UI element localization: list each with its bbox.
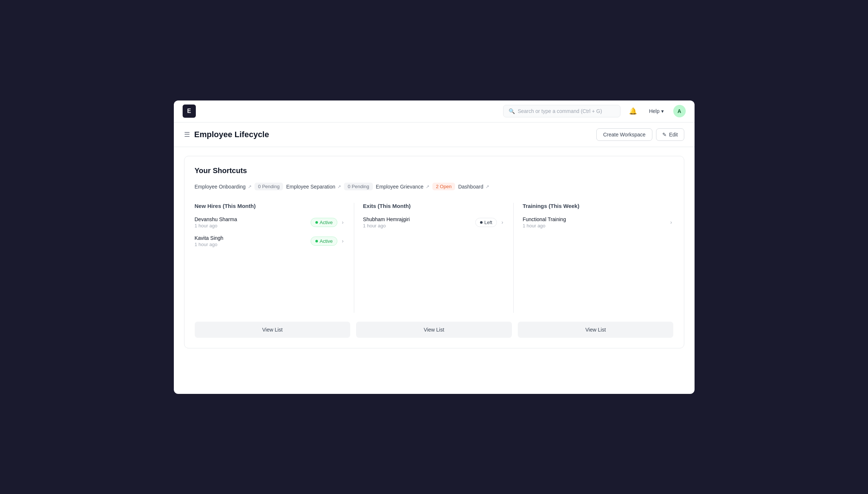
trainings-title: Trainings (This Week) <box>523 203 673 209</box>
table-row: Shubham Hemrajgiri 1 hour ago Left › <box>363 216 505 228</box>
menu-icon[interactable]: ☰ <box>184 131 190 139</box>
page-title: Employee Lifecycle <box>194 130 596 139</box>
shortcut-employee-separation[interactable]: Employee Separation ↗ <box>286 182 341 191</box>
new-hires-title: New Hires (This Month) <box>195 203 345 209</box>
view-list-exits[interactable]: View List <box>356 322 512 338</box>
employee-name: Kavita Singh <box>195 235 308 241</box>
chevron-right-icon[interactable]: › <box>669 218 674 227</box>
separation-badge: 0 Pending <box>344 183 373 190</box>
view-list-row: View List View List View List <box>195 322 674 338</box>
shortcut-onboarding-arrow: ↗ <box>248 184 252 189</box>
grievance-badge: 2 Open <box>432 183 455 190</box>
search-bar[interactable]: 🔍 Search or type a command (Ctrl + G) <box>503 105 620 117</box>
edit-icon: ✎ <box>662 132 667 138</box>
search-bar-text: Search or type a command (Ctrl + G) <box>518 108 602 114</box>
avatar[interactable]: A <box>673 105 686 117</box>
shortcut-grievance-label: Employee Grievance <box>376 184 424 190</box>
shortcut-dashboard[interactable]: Dashboard ↗ <box>458 182 489 191</box>
status-badge[interactable]: Active <box>311 237 337 246</box>
status-badge[interactable]: Active <box>311 218 337 227</box>
columns-grid: New Hires (This Month) Devanshu Sharma 1… <box>195 203 674 313</box>
view-list-new-hires[interactable]: View List <box>195 322 351 338</box>
shortcut-dashboard-label: Dashboard <box>458 184 483 190</box>
new-hires-column: New Hires (This Month) Devanshu Sharma 1… <box>195 203 354 313</box>
chevron-right-icon[interactable]: › <box>340 218 345 227</box>
app-window: E 🔍 Search or type a command (Ctrl + G) … <box>174 100 695 394</box>
page-header: ☰ Employee Lifecycle Create Workspace ✎ … <box>174 122 695 147</box>
employee-time: 1 hour ago <box>195 223 308 228</box>
employee-info: Kavita Singh 1 hour ago <box>195 235 308 247</box>
shortcut-separation-label: Employee Separation <box>286 184 335 190</box>
edit-button[interactable]: ✎ Edit <box>656 128 684 141</box>
shortcut-grievance-arrow: ↗ <box>426 184 429 189</box>
exits-column: Exits (This Month) Shubham Hemrajgiri 1 … <box>354 203 514 313</box>
shortcut-employee-onboarding[interactable]: Employee Onboarding ↗ <box>195 182 252 191</box>
employee-info: Shubham Hemrajgiri 1 hour ago <box>363 216 472 228</box>
search-icon: 🔍 <box>509 108 515 114</box>
help-menu[interactable]: Help ▾ <box>645 106 667 116</box>
chevron-down-icon: ▾ <box>661 108 664 114</box>
create-workspace-button[interactable]: Create Workspace <box>596 128 653 141</box>
help-label: Help <box>649 108 660 114</box>
employee-name: Devanshu Sharma <box>195 216 308 222</box>
status-label: Active <box>320 238 333 244</box>
shortcut-employee-grievance[interactable]: Employee Grievance ↗ <box>376 182 429 191</box>
avatar-letter: A <box>677 108 681 114</box>
training-time: 1 hour ago <box>523 223 666 228</box>
employee-info: Devanshu Sharma 1 hour ago <box>195 216 308 228</box>
status-label: Active <box>320 220 333 225</box>
status-dot-green <box>315 221 318 224</box>
chevron-right-icon[interactable]: › <box>500 218 505 227</box>
logo-letter: E <box>187 108 191 114</box>
employee-info: Functional Training 1 hour ago <box>523 216 666 228</box>
shortcuts-row: Employee Onboarding ↗ 0 Pending Employee… <box>195 182 674 191</box>
shortcuts-card: Your Shortcuts Employee Onboarding ↗ 0 P… <box>184 156 684 348</box>
employee-time: 1 hour ago <box>363 223 472 228</box>
view-list-trainings[interactable]: View List <box>518 322 674 338</box>
shortcut-onboarding-label: Employee Onboarding <box>195 184 246 190</box>
exits-title: Exits (This Month) <box>363 203 505 209</box>
onboarding-badge: 0 Pending <box>254 183 283 190</box>
header-actions: Create Workspace ✎ Edit <box>596 128 684 141</box>
top-nav: E 🔍 Search or type a command (Ctrl + G) … <box>174 100 695 122</box>
table-row: Functional Training 1 hour ago › <box>523 216 673 228</box>
logo-box[interactable]: E <box>183 105 196 118</box>
status-dot-dark <box>480 221 483 224</box>
table-row: Devanshu Sharma 1 hour ago Active › <box>195 216 345 228</box>
shortcut-dashboard-arrow: ↗ <box>486 184 489 189</box>
status-dot-green <box>315 240 318 242</box>
bell-icon[interactable]: 🔔 <box>626 105 640 118</box>
main-content: Your Shortcuts Employee Onboarding ↗ 0 P… <box>174 147 695 394</box>
status-label: Left <box>484 220 492 225</box>
shortcuts-title: Your Shortcuts <box>195 167 674 175</box>
edit-label: Edit <box>669 132 678 138</box>
employee-time: 1 hour ago <box>195 242 308 247</box>
training-name: Functional Training <box>523 216 666 222</box>
employee-name: Shubham Hemrajgiri <box>363 216 472 222</box>
status-badge[interactable]: Left <box>475 218 497 227</box>
trainings-column: Trainings (This Week) Functional Trainin… <box>514 203 673 313</box>
shortcut-separation-arrow: ↗ <box>337 184 341 189</box>
table-row: Kavita Singh 1 hour ago Active › <box>195 235 345 247</box>
chevron-right-icon[interactable]: › <box>340 237 345 245</box>
